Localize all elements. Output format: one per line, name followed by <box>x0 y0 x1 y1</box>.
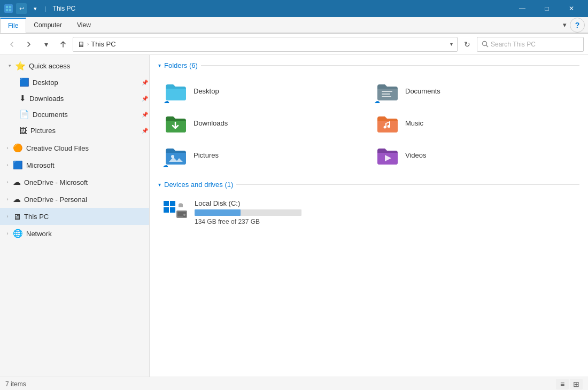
desktop-pin-icon: 📌 <box>141 78 149 87</box>
dropdown-history-button[interactable]: ▾ <box>38 37 53 52</box>
minimize-button[interactable]: — <box>510 0 535 17</box>
ribbon-help-button[interactable]: ? <box>570 18 585 33</box>
title-bar: ↩ ▾ | This PC — □ ✕ <box>0 0 588 17</box>
tab-computer[interactable]: Computer <box>26 17 69 33</box>
forward-button[interactable] <box>21 37 36 52</box>
tab-view[interactable]: View <box>69 17 98 33</box>
sidebar: ▾ ⭐ Quick access 🟦 Desktop 📌 ⬇ Downloads… <box>0 55 150 377</box>
tab-file[interactable]: File <box>0 18 26 33</box>
back-button[interactable] <box>4 37 19 52</box>
drive-c-thumb <box>163 200 188 225</box>
svg-rect-6 <box>382 91 392 92</box>
svg-rect-12 <box>164 201 169 206</box>
downloads-icon: ⬇ <box>19 93 26 103</box>
address-path[interactable]: 🖥 › This PC ▾ <box>73 37 458 52</box>
folders-section-header[interactable]: ▾ Folders (6) <box>158 61 579 69</box>
pictures-folder-thumb: ☁ <box>163 142 188 168</box>
devices-section-title: Devices and drives (1) <box>164 181 233 189</box>
sidebar-item-microsoft[interactable]: › 🟦 Microsoft <box>0 157 149 174</box>
search-box[interactable]: Search This PC <box>477 37 584 52</box>
search-icon <box>482 41 489 48</box>
status-item-count: 7 items <box>5 380 26 388</box>
folder-downloads[interactable]: Downloads <box>158 108 368 138</box>
microsoft-icon: 🟦 <box>13 160 23 170</box>
quick-access-label: Quick access <box>29 62 70 70</box>
path-icon: 🖥 <box>78 40 85 49</box>
address-dropdown-arrow[interactable]: ▾ <box>450 41 453 47</box>
main-area: ▾ ⭐ Quick access 🟦 Desktop 📌 ⬇ Downloads… <box>0 55 588 377</box>
creative-cloud-label: Creative Cloud Files <box>26 144 89 152</box>
desktop-icon: 🟦 <box>19 77 29 87</box>
tiles-view-button[interactable]: ⊞ <box>570 379 583 389</box>
sidebar-item-onedrive-personal[interactable]: › ☁ OneDrive - Personal <box>0 191 149 208</box>
sidebar-quick-access-header[interactable]: ▾ ⭐ Quick access <box>0 57 149 74</box>
sidebar-item-desktop[interactable]: 🟦 Desktop 📌 <box>0 74 149 90</box>
ribbon-collapse-button[interactable]: ▾ <box>559 18 570 33</box>
svg-rect-15 <box>170 207 175 213</box>
pictures-icon: 🖼 <box>19 126 27 135</box>
folders-section-divider <box>201 65 579 66</box>
drive-c-bar-fill <box>195 209 241 216</box>
svg-point-10 <box>388 125 390 128</box>
folders-section-title: Folders (6) <box>164 61 198 69</box>
pictures-pin-icon: 📌 <box>141 126 149 135</box>
svg-point-18 <box>183 214 185 216</box>
folder-pictures[interactable]: ☁ Pictures <box>158 140 368 170</box>
onedrive-personal-icon: ☁ <box>13 194 21 204</box>
refresh-button[interactable]: ↻ <box>460 37 475 52</box>
videos-folder-thumb <box>374 142 400 168</box>
svg-rect-13 <box>170 201 175 206</box>
pictures-label: Pictures <box>30 127 56 135</box>
svg-rect-2 <box>6 9 8 11</box>
maximize-button[interactable]: □ <box>535 0 559 17</box>
network-expander: › <box>2 225 13 242</box>
folder-videos[interactable]: Videos <box>370 140 579 170</box>
folder-documents[interactable]: ☁ Documents <box>370 76 579 106</box>
folder-music[interactable]: Music <box>370 108 579 138</box>
svg-rect-8 <box>382 96 391 97</box>
network-icon: 🌐 <box>13 229 23 238</box>
documents-label: Documents <box>33 111 68 119</box>
folders-section-chevron: ▾ <box>158 63 161 68</box>
onedrive-personal-label: OneDrive - Personal <box>24 196 87 204</box>
sidebar-item-this-pc[interactable]: › 🖥 This PC <box>0 208 149 225</box>
svg-line-5 <box>486 45 489 48</box>
sidebar-item-pictures[interactable]: 🖼 Pictures 📌 <box>0 122 149 138</box>
devices-section-chevron: ▾ <box>158 182 161 188</box>
ribbon: File Computer View ▾ ? <box>0 17 588 34</box>
title-bar-separator: | <box>45 6 47 12</box>
devices-section-divider <box>236 184 579 185</box>
sidebar-item-documents[interactable]: 📄 Documents 📌 <box>0 106 149 122</box>
drive-c[interactable]: Local Disk (C:) 134 GB free of 237 GB <box>158 195 579 230</box>
creative-cloud-icon: 🟠 <box>13 143 23 153</box>
qat-dropdown-button[interactable]: ▾ <box>30 3 41 14</box>
devices-section-header[interactable]: ▾ Devices and drives (1) <box>158 181 579 189</box>
close-button[interactable]: ✕ <box>559 0 584 17</box>
folder-desktop[interactable]: ☁ Desktop <box>158 76 368 106</box>
network-label: Network <box>26 230 52 238</box>
microsoft-expander: › <box>2 157 13 174</box>
qat-undo-button[interactable]: ↩ <box>16 3 27 14</box>
up-button[interactable] <box>56 37 71 52</box>
sidebar-item-creative-cloud[interactable]: › 🟠 Creative Cloud Files <box>0 139 149 157</box>
documents-folder-thumb: ☁ <box>374 78 400 104</box>
svg-rect-19 <box>177 216 183 216</box>
folders-grid: ☁ Desktop ☁ <box>158 76 579 170</box>
path-text: This PC <box>91 40 115 48</box>
documents-pin-icon: 📌 <box>141 110 149 119</box>
onedrive-personal-expander: › <box>2 191 13 208</box>
music-folder-name: Music <box>405 119 423 127</box>
desktop-folder-name: Desktop <box>194 87 219 95</box>
documents-cloud-icon: ☁ <box>374 98 380 104</box>
svg-rect-3 <box>9 9 11 11</box>
ribbon-tabs: File Computer View ▾ ? <box>0 17 588 33</box>
sidebar-item-onedrive-microsoft[interactable]: › ☁ OneDrive - Microsoft <box>0 174 149 191</box>
onedrive-ms-label: OneDrive - Microsoft <box>24 178 88 186</box>
quick-access-icon: ⭐ <box>15 61 26 71</box>
details-view-button[interactable]: ≡ <box>556 379 569 389</box>
sidebar-item-network[interactable]: › 🌐 Network <box>0 225 149 242</box>
svg-point-9 <box>384 126 386 129</box>
sidebar-item-downloads[interactable]: ⬇ Downloads 📌 <box>0 90 149 106</box>
quick-access-expander: ▾ <box>4 57 15 74</box>
pictures-cloud-icon: ☁ <box>163 162 168 168</box>
